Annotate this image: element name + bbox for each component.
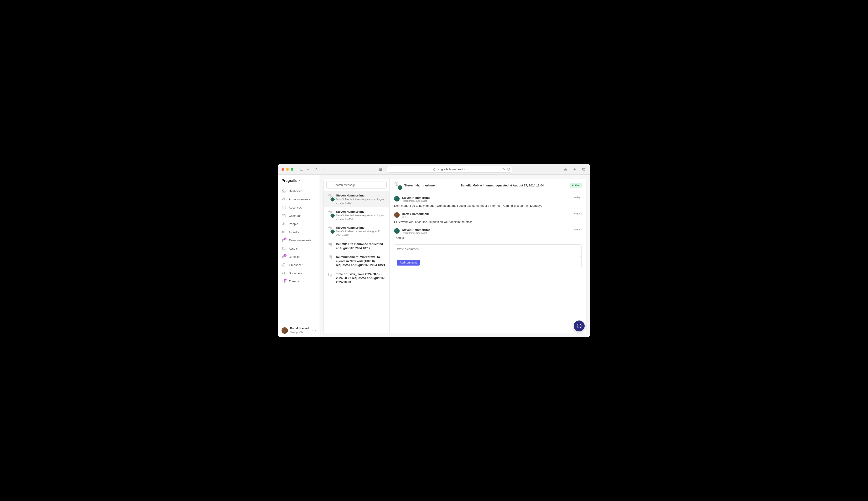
- nav-label: 1-on-1s: [289, 231, 299, 234]
- calendar-icon: [281, 213, 286, 218]
- sidebar: Prograils Dashboard Announcements Absenc…: [278, 174, 320, 337]
- message-body: Thanks!: [394, 236, 582, 240]
- receipt-icon: [327, 255, 334, 262]
- message-time: 6 days: [575, 212, 582, 215]
- gift-icon: 3: [281, 254, 286, 259]
- svg-point-25: [284, 223, 285, 224]
- message-author-role: COO: [402, 216, 572, 218]
- browser-chrome: prograils.humadroid.io: [278, 164, 590, 174]
- megaphone-icon: [281, 197, 286, 202]
- clock-icon: [281, 263, 286, 267]
- nav-label: Threads: [289, 280, 300, 283]
- avatar: [330, 229, 335, 234]
- caret-down-icon: [298, 180, 300, 182]
- nav-label: Reimbursements: [289, 239, 311, 242]
- svg-point-10: [381, 170, 382, 170]
- svg-rect-15: [583, 169, 585, 170]
- avatar: [330, 213, 335, 218]
- message-time: 5 days: [575, 228, 582, 231]
- comment-box: Add comment: [394, 244, 582, 268]
- thread-sender: Steven Hammertime: [336, 210, 386, 213]
- window-maximize-button[interactable]: [291, 168, 293, 171]
- message-author: Steven Hammertime: [402, 228, 572, 232]
- svg-rect-11: [433, 169, 435, 170]
- forward-button[interactable]: [322, 167, 327, 172]
- message-body: Next month I go to Italy for short worka…: [394, 204, 582, 208]
- sidebar-item-benefits[interactable]: 3 Benefits: [278, 253, 320, 261]
- sidebar-item-people[interactable]: People: [278, 220, 320, 228]
- back-button[interactable]: [313, 167, 319, 172]
- thread-item[interactable]: Benefit: Life insurance requested at Aug…: [324, 239, 389, 253]
- thread-preview: Benefit: Mobile internet requested at Au…: [336, 198, 386, 204]
- url-text: prograils.humadroid.io: [437, 168, 467, 171]
- svg-point-8: [379, 170, 379, 170]
- sidebar-toggle-icon[interactable]: [299, 167, 304, 172]
- thread-item[interactable]: Reimbursement: Work travel to clients in…: [324, 253, 389, 270]
- gift-icon: [327, 194, 334, 201]
- nav-label: Timesheet: [289, 263, 302, 267]
- search-input[interactable]: [326, 181, 387, 189]
- svg-point-2: [379, 168, 379, 169]
- workspace-selector[interactable]: Prograils: [278, 174, 320, 186]
- receipt-icon: 2: [281, 238, 286, 243]
- conversation-panel: Steven Hammertime Benefit: Mobile intern…: [389, 178, 587, 333]
- view-profile-link[interactable]: View profile: [290, 331, 303, 334]
- calendar-clock-icon: [327, 272, 334, 279]
- sidebar-item-announcements[interactable]: Announcements: [278, 195, 320, 203]
- sidebar-item-1-on-1s[interactable]: 1-on-1s: [278, 228, 320, 236]
- reload-icon[interactable]: [507, 168, 510, 171]
- sidebar-item-absences[interactable]: Absences: [278, 203, 320, 212]
- message-author-role: Recruitment Specialist: [402, 200, 572, 202]
- window-close-button[interactable]: [281, 168, 284, 171]
- message: Steven Hammertime Recruitment Specialist…: [394, 196, 582, 208]
- thread-icon: 1: [281, 279, 286, 284]
- people-icon: [281, 222, 286, 226]
- thread-item[interactable]: Steven Hammertime Benefit: Mobile intern…: [324, 207, 389, 224]
- svg-point-9: [380, 170, 381, 170]
- comment-textarea[interactable]: [394, 245, 581, 257]
- avatar: [330, 197, 335, 202]
- sidebar-item-reimbursements[interactable]: 2 Reimbursements: [278, 236, 320, 244]
- thread-item[interactable]: Time off: sick_leave 2024-08-05 - 2024-0…: [324, 270, 389, 287]
- url-bar[interactable]: prograils.humadroid.io: [387, 166, 512, 172]
- avatar: [394, 212, 399, 218]
- thread-preview: Reimbursement: Work travel to clients in…: [336, 255, 386, 267]
- nav-label: Announcements: [289, 198, 310, 201]
- sidebar-item-dashboard[interactable]: Dashboard: [278, 187, 320, 195]
- nav-label: People: [289, 222, 298, 226]
- current-user-name: Bartek Hamerli: [290, 327, 310, 330]
- svg-rect-32: [282, 247, 285, 249]
- svg-point-4: [381, 168, 382, 169]
- svg-point-27: [284, 231, 285, 232]
- thread-item[interactable]: Steven Hammertime Benefit: Mobile intern…: [324, 191, 389, 207]
- sidebar-item-assets[interactable]: Assets: [278, 244, 320, 253]
- nav-label: Benefits: [289, 255, 300, 258]
- chat-fab-button[interactable]: [574, 320, 585, 331]
- sidebar-item-calendar[interactable]: Calendar: [278, 212, 320, 220]
- message-author: Bartek Hamerliński: [402, 212, 572, 216]
- svg-rect-0: [300, 168, 303, 170]
- chevron-down-icon[interactable]: [305, 167, 311, 172]
- share-icon[interactable]: [563, 167, 568, 172]
- svg-rect-20: [282, 214, 286, 217]
- gift-icon: [327, 226, 334, 233]
- sidebar-item-timesheet[interactable]: Timesheet: [278, 261, 320, 269]
- sidebar-item-threads[interactable]: 1 Threads: [278, 277, 320, 285]
- conversation-title: Benefit: Mobile internet requested at Au…: [438, 184, 567, 187]
- thread-preview: Time off: sick_leave 2024-08-05 - 2024-0…: [336, 272, 386, 284]
- translate-icon[interactable]: [502, 168, 506, 171]
- apps-grid-icon[interactable]: [378, 167, 383, 172]
- tabs-icon[interactable]: [581, 167, 587, 172]
- window-minimize-button[interactable]: [286, 168, 289, 171]
- add-comment-button[interactable]: Add comment: [397, 259, 420, 266]
- new-tab-icon[interactable]: [572, 167, 577, 172]
- thread-item[interactable]: Steven Hammertime Benefit: LuxMed reques…: [324, 223, 389, 239]
- power-icon[interactable]: [312, 329, 316, 332]
- svg-point-3: [380, 168, 381, 169]
- avatar: [394, 228, 399, 234]
- nav-label: Assets: [289, 247, 298, 250]
- message-time: 6 days: [575, 196, 582, 199]
- conversation-user-name: Steven Hammertime: [404, 183, 435, 187]
- sidebar-item-shoutouts[interactable]: Shoutouts: [278, 269, 320, 277]
- status-badge: Active: [570, 183, 582, 188]
